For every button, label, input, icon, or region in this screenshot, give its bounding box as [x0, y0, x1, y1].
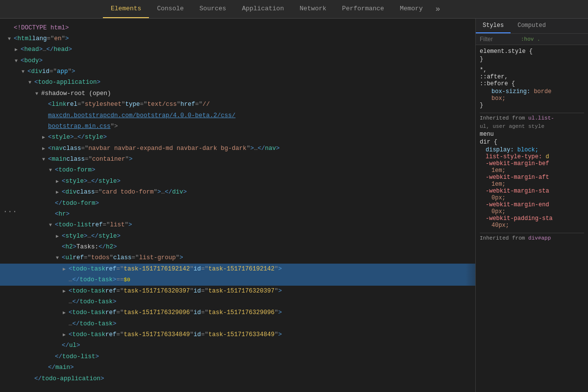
tab-styles[interactable]: Styles	[476, 19, 511, 33]
dom-line: <todo-task ref="task-1517176192142" id="…	[0, 264, 475, 274]
dom-line: <todo-list ref="list" >	[0, 220, 475, 231]
dom-line: <h2> Tasks: </h2>	[0, 242, 475, 253]
dom-line: <html lang="en" >	[0, 33, 475, 44]
dom-line: <style> … </style>	[0, 132, 475, 143]
inherited-header: Inherited from ul.list-	[480, 113, 584, 121]
dom-line: … </todo-task>	[0, 296, 475, 307]
dom-line: <head> … </head>	[0, 45, 475, 55]
dom-panel[interactable]: ··· <!DOCTYPE html> <html lang="en" > <h…	[0, 19, 475, 392]
inherited-header-2: Inherited from div#app	[480, 233, 584, 241]
dom-line: </todo-form>	[0, 198, 475, 209]
devtools-main: ··· <!DOCTYPE html> <html lang="en" > <h…	[0, 19, 588, 392]
dom-line: … </todo-task> == $0	[0, 275, 475, 286]
dom-line: <todo-application>	[0, 77, 475, 88]
dom-line: <main class="container" >	[0, 154, 475, 165]
dom-line: <body>	[0, 55, 475, 66]
dom-line: </ul>	[0, 341, 475, 351]
tab-more[interactable]: »	[431, 0, 445, 18]
universal-rule: *, ::after, ::before { box-sizing: borde…	[480, 67, 584, 109]
filter-bar: :hov .	[476, 34, 588, 45]
dom-line: <nav class="navbar navbar-expand-md navb…	[0, 143, 475, 154]
styles-content: element.style { } *, ::after, ::before {…	[476, 45, 588, 392]
element-style-rule: element.style { }	[480, 48, 584, 63]
dom-line: <todo-task ref="task-1517176334849" id="…	[0, 330, 475, 341]
dom-line: <style> … </style>	[0, 231, 475, 242]
dom-line: <hr>	[0, 209, 475, 220]
tab-elements[interactable]: Elements	[103, 0, 149, 18]
dom-line: <todo-task ref="task-1517176320397" id="…	[0, 286, 475, 296]
dom-line: maxcdn.bootstrapcdn.com/bootstrap/4.0.0-…	[0, 110, 475, 121]
dom-line: </todo-application>	[0, 373, 475, 384]
devtools-container: Elements Console Sources Application Net…	[0, 0, 588, 392]
dom-line: … </todo-task>	[0, 318, 475, 329]
tab-sources[interactable]: Sources	[192, 0, 234, 18]
tab-application[interactable]: Application	[234, 0, 292, 18]
dom-line: </todo-list>	[0, 351, 475, 362]
dom-line: <link rel="stylesheet" type="text/css" h…	[0, 99, 475, 110]
styles-panel: Styles Computed :hov . element.style { }	[475, 19, 588, 392]
tab-computed[interactable]: Computed	[511, 19, 553, 33]
dom-line: <ul ref="todos" class="list-group" >	[0, 253, 475, 264]
tab-performance[interactable]: Performance	[334, 0, 392, 18]
styles-tabs: Styles Computed	[476, 19, 588, 34]
devtools-toolbar: Elements Console Sources Application Net…	[0, 0, 588, 19]
dom-line: <todo-form>	[0, 165, 475, 176]
dom-line: <style> … </style>	[0, 176, 475, 187]
dom-line: <div class="card todo-form" >… </div>	[0, 187, 475, 198]
tab-memory[interactable]: Memory	[392, 0, 431, 18]
dom-line: <todo-task ref="task-1517176329096" id="…	[0, 308, 475, 318]
filter-input[interactable]	[480, 36, 519, 43]
dom-line: </main>	[0, 363, 475, 373]
tab-console[interactable]: Console	[149, 0, 192, 18]
dom-line: #shadow-root (open)	[0, 88, 475, 99]
sidebar-dots: ···	[0, 205, 20, 218]
ua-style: ul, user agent style menu dir { display:…	[480, 123, 584, 229]
dom-line: <!DOCTYPE html>	[0, 23, 475, 33]
filter-hints: :hov .	[521, 36, 540, 42]
tab-network[interactable]: Network	[292, 0, 334, 18]
dom-line: bootstrap.min.css">	[0, 121, 475, 132]
dom-line: <div id="app" >	[0, 67, 475, 77]
